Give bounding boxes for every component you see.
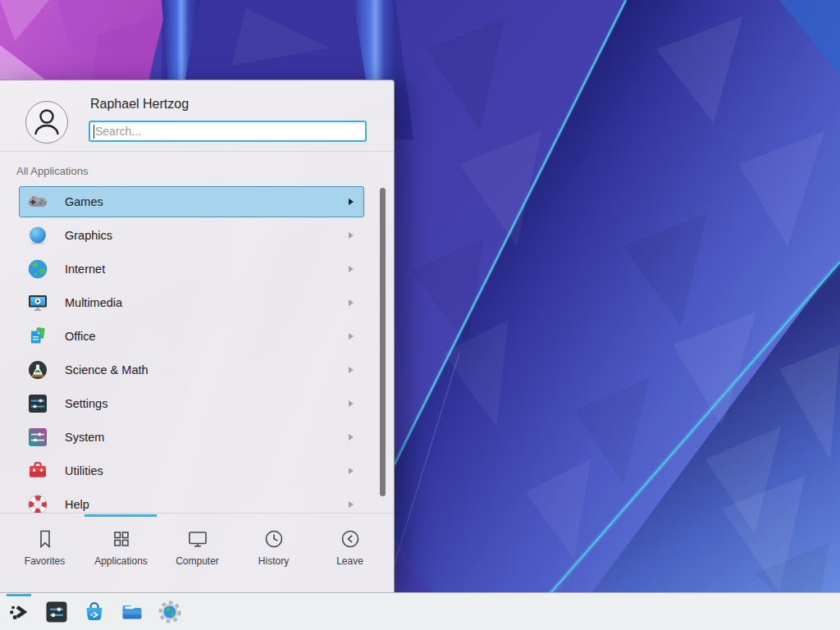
category-games[interactable]: Games bbox=[19, 186, 364, 217]
category-office[interactable]: Office bbox=[19, 321, 364, 352]
web-browser-button[interactable] bbox=[158, 600, 182, 624]
text-cursor bbox=[94, 125, 94, 139]
tab-label: Applications bbox=[94, 555, 148, 567]
gamepad-icon bbox=[27, 191, 48, 212]
tab-label: Favorites bbox=[25, 555, 65, 567]
category-label: Help bbox=[65, 498, 89, 511]
taskbar: ES 7:03 PM 4/24/21 bbox=[0, 592, 840, 630]
tab-computer[interactable]: Computer bbox=[159, 514, 235, 592]
category-multimedia[interactable]: Multimedia bbox=[19, 287, 364, 318]
category-settings[interactable]: Settings bbox=[19, 388, 364, 419]
category-help[interactable]: Help bbox=[19, 489, 364, 513]
category-graphics[interactable]: Graphics bbox=[19, 220, 364, 251]
category-internet[interactable]: Internet bbox=[19, 253, 364, 285]
sliders-dark-icon bbox=[27, 393, 48, 414]
file-manager-button[interactable] bbox=[120, 600, 144, 624]
category-list: Games Graphics bbox=[0, 184, 395, 513]
submenu-arrow-icon bbox=[349, 468, 354, 474]
tab-label: Leave bbox=[336, 555, 363, 567]
submenu-arrow-icon bbox=[349, 199, 354, 205]
lifebuoy-icon bbox=[27, 494, 48, 513]
category-label: Internet bbox=[65, 262, 105, 276]
tab-history[interactable]: History bbox=[235, 514, 312, 592]
category-label: Utilities bbox=[65, 464, 103, 477]
kde-launcher-icon bbox=[7, 600, 31, 624]
tab-leave[interactable]: Leave bbox=[312, 514, 388, 592]
submenu-arrow-icon bbox=[349, 501, 354, 508]
category-label: Multimedia bbox=[65, 296, 122, 309]
settings-sliders-icon bbox=[44, 600, 69, 624]
category-label: Games bbox=[65, 195, 103, 208]
submenu-arrow-icon bbox=[349, 434, 354, 441]
app-launcher-button[interactable] bbox=[7, 600, 31, 624]
tab-favorites[interactable]: Favorites bbox=[7, 514, 83, 592]
submenu-arrow-icon bbox=[349, 232, 354, 239]
submenu-arrow-icon bbox=[349, 367, 354, 373]
monitor-play-icon bbox=[27, 292, 48, 313]
category-label: System bbox=[65, 431, 104, 444]
flask-icon bbox=[27, 359, 48, 381]
tab-label: History bbox=[258, 555, 289, 567]
submenu-arrow-icon bbox=[349, 333, 354, 340]
sliders-color-icon bbox=[27, 427, 48, 448]
globe-icon bbox=[27, 258, 48, 280]
category-label: Graphics bbox=[65, 229, 112, 242]
bookmark-icon bbox=[34, 527, 57, 550]
user-icon bbox=[26, 102, 67, 143]
section-label: All Applications bbox=[16, 165, 88, 177]
category-science-math[interactable]: Science & Math bbox=[19, 354, 364, 386]
header-separator bbox=[0, 151, 394, 152]
launcher-tabbar: Favorites Applications Computer bbox=[0, 513, 395, 592]
clock-icon bbox=[262, 527, 285, 550]
scrollbar[interactable] bbox=[380, 188, 386, 496]
search-input[interactable] bbox=[89, 121, 367, 142]
tab-label: Computer bbox=[176, 555, 219, 567]
shopping-bag-icon bbox=[82, 600, 107, 624]
submenu-arrow-icon bbox=[349, 400, 354, 407]
system-settings-button[interactable] bbox=[44, 600, 69, 624]
discover-store-button[interactable] bbox=[82, 600, 107, 624]
desktop: Raphael Hertzog All Applications bbox=[0, 0, 840, 630]
user-avatar[interactable] bbox=[25, 101, 68, 144]
category-utilities[interactable]: Utilities bbox=[19, 455, 364, 486]
application-launcher-menu: Raphael Hertzog All Applications bbox=[0, 80, 395, 592]
active-tab-indicator bbox=[84, 514, 157, 517]
globe-gear-icon bbox=[158, 600, 182, 624]
tab-applications[interactable]: Applications bbox=[83, 514, 159, 592]
pinned-apps bbox=[7, 593, 182, 624]
toolbox-icon bbox=[27, 460, 48, 482]
category-label: Science & Math bbox=[65, 363, 148, 377]
monitor-icon bbox=[186, 527, 209, 550]
grid-icon bbox=[110, 527, 133, 550]
graphics-ball-icon bbox=[27, 225, 48, 246]
documents-icon bbox=[27, 326, 48, 347]
folder-icon bbox=[120, 600, 144, 624]
category-label: Settings bbox=[65, 397, 107, 410]
category-system[interactable]: System bbox=[19, 422, 364, 453]
category-label: Office bbox=[65, 330, 96, 343]
user-name: Raphael Hertzog bbox=[90, 97, 189, 112]
submenu-arrow-icon bbox=[349, 266, 354, 272]
leave-icon bbox=[339, 527, 362, 550]
submenu-arrow-icon bbox=[349, 299, 354, 306]
